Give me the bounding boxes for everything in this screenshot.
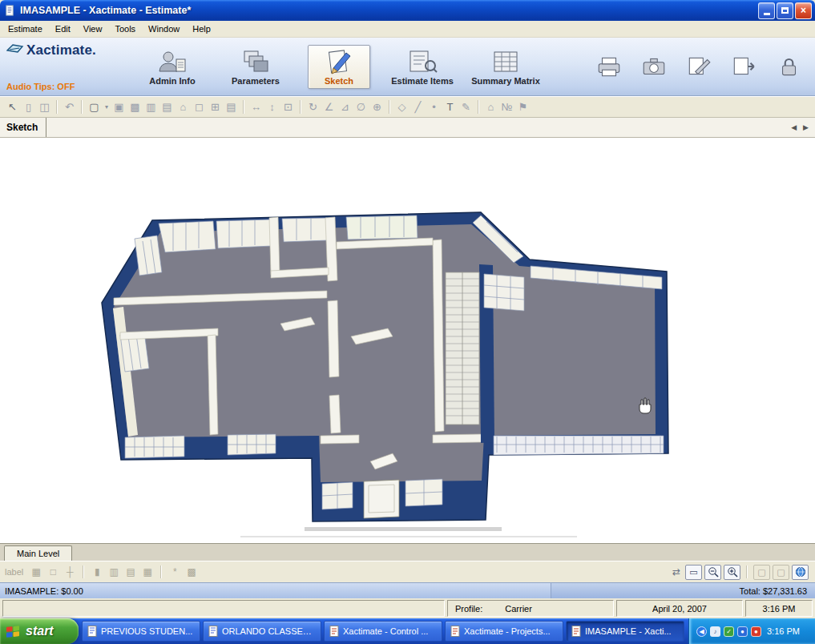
taskbar-item-previous-students[interactable]: PREVIOUS STUDEN... <box>82 621 200 642</box>
rows-icon[interactable]: ▤ <box>123 565 138 579</box>
sign-pen-icon[interactable] <box>685 55 712 78</box>
summary-matrix-button[interactable]: Summary Matrix <box>474 45 537 89</box>
zoom-in-button[interactable] <box>724 565 740 580</box>
pan-button[interactable]: ▭ <box>685 565 702 580</box>
stairs-tool-icon[interactable]: ▤ <box>224 99 239 115</box>
audio-tips-label: Audio Tips: <box>6 82 54 91</box>
taskbar-item-xactimate-projects[interactable]: Xactimate - Projects... <box>445 621 563 642</box>
flag-icon[interactable]: ⚑ <box>515 99 531 115</box>
tab-scroll-arrows: ◀ ▶ <box>791 123 815 131</box>
start-button[interactable]: start <box>0 618 79 644</box>
line-tool-icon[interactable]: ╱ <box>410 99 426 115</box>
room-tool-icon[interactable]: ▣ <box>111 99 127 115</box>
summary-matrix-label: Summary Matrix <box>471 76 540 86</box>
tab-scroll-left-icon[interactable]: ◀ <box>791 123 797 131</box>
parameters-button[interactable]: Parameters <box>224 45 287 89</box>
menu-help[interactable]: Help <box>186 22 217 36</box>
angle-icon[interactable]: ∠ <box>321 99 337 115</box>
subroom-tool-icon[interactable]: ▩ <box>127 99 143 115</box>
tab-scroll-right-icon[interactable]: ▶ <box>803 123 809 131</box>
cells-icon[interactable]: ▦ <box>140 565 155 579</box>
taskbar-item-xactimate-control[interactable]: Xactimate - Control ... <box>324 621 442 642</box>
window-tool-icon[interactable]: ⊞ <box>208 99 223 115</box>
export-icon[interactable] <box>730 55 757 78</box>
sketch-icon <box>323 49 355 74</box>
text-tool-icon[interactable]: T <box>442 99 458 115</box>
toolbar-separator <box>746 566 748 578</box>
sketch-button[interactable]: Sketch <box>308 45 370 89</box>
lock-icon[interactable] <box>775 55 802 78</box>
pages-icon[interactable]: ◫ <box>37 99 52 115</box>
square-tool-icon[interactable]: ▢ <box>87 99 102 115</box>
columns-icon[interactable]: ▥ <box>107 565 121 579</box>
zoom-extents-button[interactable]: ▢ <box>773 565 789 580</box>
minimize-button[interactable] <box>758 2 775 19</box>
target-icon[interactable]: ⊕ <box>369 99 385 115</box>
square-tool-dropdown-icon[interactable]: ▾ <box>103 103 111 111</box>
triangle-icon[interactable]: ⊿ <box>337 99 353 115</box>
diameter-icon[interactable]: ∅ <box>353 99 369 115</box>
shape-tool-icon[interactable]: ◇ <box>394 99 410 115</box>
print-icon[interactable] <box>595 55 623 78</box>
sketch-canvas[interactable] <box>0 138 815 543</box>
zoom-in-icon <box>727 566 738 578</box>
snap-icon[interactable]: ┼ <box>63 565 77 579</box>
network-icon[interactable]: ● <box>737 626 748 637</box>
restore-icon <box>781 7 789 14</box>
volume-icon[interactable]: ♪ <box>710 626 720 637</box>
logo-text: Xactimate. <box>26 42 96 58</box>
messenger-icon[interactable]: ● <box>751 626 761 637</box>
taskbar-item-label: Xactimate - Control ... <box>343 626 428 636</box>
clock[interactable]: 3:16 PM <box>767 626 800 636</box>
roof-tool-icon[interactable]: ⌂ <box>176 99 191 115</box>
pencil-icon[interactable]: ✎ <box>458 99 474 115</box>
tab-main-level[interactable]: Main Level <box>4 545 72 561</box>
undo-icon[interactable]: ↶ <box>62 99 77 115</box>
reference-icon[interactable]: ⊡ <box>280 99 296 115</box>
select-tool-icon[interactable]: ↖ <box>5 99 20 115</box>
page-icon[interactable]: ▯ <box>21 99 36 115</box>
estimate-items-button[interactable]: Estimate Items <box>391 45 454 89</box>
grand-total: Total: $27,331.63 <box>551 583 815 598</box>
toolbar-separator <box>56 100 58 114</box>
star-icon[interactable]: * <box>167 565 182 579</box>
view-3d-button[interactable] <box>792 565 809 580</box>
camera-icon[interactable] <box>640 55 668 78</box>
dimension-h-icon[interactable]: ↔ <box>248 99 264 115</box>
zoom-out-button[interactable] <box>704 565 721 580</box>
shade-icon[interactable]: ▩ <box>184 565 199 579</box>
guide-icon[interactable]: ▮ <box>90 565 104 579</box>
menu-window[interactable]: Window <box>142 22 186 36</box>
wall-tool-icon[interactable]: ▥ <box>143 99 159 115</box>
door-tool-icon[interactable]: ◻ <box>192 99 207 115</box>
label-tool[interactable]: label <box>5 567 23 577</box>
show-hidden-icons-chevron[interactable]: ◀ <box>696 626 707 637</box>
dimension-v-icon[interactable]: ↕ <box>264 99 280 115</box>
tab-sketch[interactable]: Sketch <box>0 118 46 137</box>
close-button[interactable]: × <box>795 2 812 19</box>
deck-tool-icon[interactable]: ▤ <box>159 99 175 115</box>
taskbar-item-label: PREVIOUS STUDEN... <box>101 626 192 636</box>
rotate-icon[interactable]: ↻ <box>305 99 321 115</box>
number-icon[interactable]: № <box>499 99 514 115</box>
sync-icon[interactable]: ⇄ <box>670 566 683 578</box>
summary-matrix-icon <box>490 49 522 74</box>
admin-info-button[interactable]: Admin Info <box>141 45 204 89</box>
menu-estimate[interactable]: Estimate <box>2 22 49 36</box>
menu-view[interactable]: View <box>77 22 109 36</box>
level-strip: Main Level <box>0 543 815 561</box>
taskbar-item-imasample[interactable]: IMASAMPLE - Xacti... <box>566 621 684 642</box>
home-icon[interactable]: ⌂ <box>483 99 498 115</box>
point-tool-icon[interactable]: • <box>426 99 442 115</box>
security-icon[interactable]: ✓ <box>724 626 734 637</box>
menu-tools[interactable]: Tools <box>108 22 142 36</box>
main-toolbar: Xactimate. Audio Tips: OFF Admin Info <box>0 38 815 96</box>
taskbar-item-orlando-classes[interactable]: ORLANDO CLASSES... <box>203 621 321 642</box>
window-icon <box>208 626 218 637</box>
menu-edit[interactable]: Edit <box>49 22 77 36</box>
zoom-window-button[interactable]: ▢ <box>753 565 770 580</box>
frame-icon[interactable]: □ <box>46 565 60 579</box>
grid-icon[interactable]: ▦ <box>29 565 43 579</box>
restore-button[interactable] <box>777 2 793 19</box>
time-cell: 3:16 PM <box>745 600 813 617</box>
